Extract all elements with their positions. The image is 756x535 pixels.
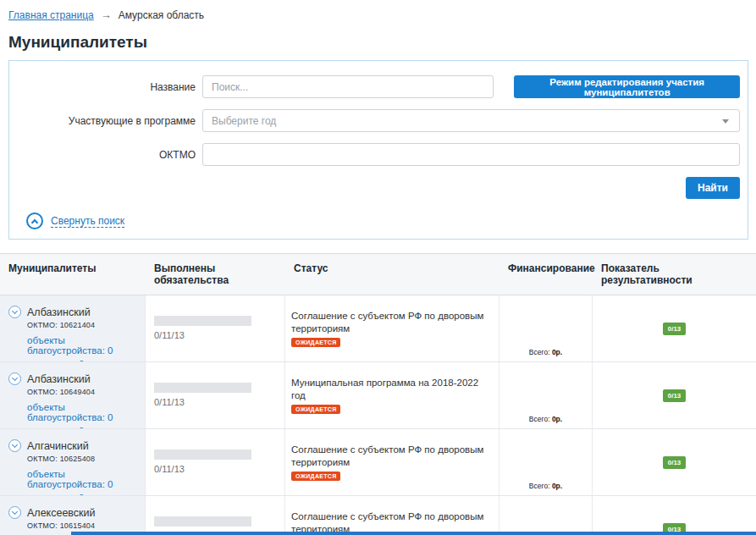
column-header-obligations: Выполнены обязательства [146, 254, 285, 295]
municipality-cell: Алексеевский ОКТМО: 10615404 объекты бла… [0, 496, 146, 535]
status-text: Соглашение с субъектом РФ по дворовым те… [291, 310, 490, 335]
status-cell: Муниципальная программа на 2018-2022 год… [285, 362, 499, 428]
footer-bar [71, 532, 756, 535]
municipality-cell: Алгачинский ОКТМО: 10625408 объекты благ… [0, 429, 146, 495]
objects-link[interactable]: объекты благоустройства: 0 [27, 469, 138, 489]
obligations-progress-bar [154, 316, 251, 326]
oktmo-field-row: ОКТМО [9, 143, 740, 166]
obligations-progress-bar [154, 516, 251, 527]
contracts-link[interactable]: контракты: 0 [27, 359, 138, 361]
financing-value: 0р. [552, 348, 562, 356]
collapse-search-link[interactable]: Свернуть поиск [51, 215, 124, 228]
performance-badge: 0/13 [663, 389, 687, 402]
financing-value: 0р. [552, 415, 562, 423]
financing-value: 0р. [552, 482, 562, 490]
chevron-down-icon [12, 509, 18, 515]
status-badge: ОЖИДАЕТСЯ [291, 338, 340, 347]
obligations-cell: 0/11/13 [146, 429, 285, 495]
performance-badge: 0/13 [663, 456, 687, 469]
municipality-cell: Албазинский ОКТМО: 10649404 объекты благ… [0, 362, 146, 428]
collapse-circle-icon[interactable] [26, 212, 43, 229]
program-field-row: Участвующие в программе Выберите год [9, 109, 740, 132]
expand-row-icon[interactable] [8, 372, 21, 385]
column-header-municipalities: Муниципалитеты [0, 254, 146, 295]
name-field-row: Название Режим редактирования участия му… [9, 75, 740, 98]
oktmo-code: ОКТМО: 10625408 [27, 455, 138, 463]
breadcrumb-home-link[interactable]: Главная страница [8, 9, 94, 21]
table-row: Алгачинский ОКТМО: 10625408 объекты благ… [0, 429, 756, 496]
status-badge: ОЖИДАЕТСЯ [291, 405, 340, 414]
expand-row-icon[interactable] [8, 306, 21, 318]
financing-cell: Всего: 0р. [499, 429, 593, 495]
financing-cell: Всего: 0р. [499, 362, 593, 428]
financing-label: Всего: [529, 415, 550, 423]
performance-cell: 0/13 [593, 496, 756, 535]
breadcrumb: Главная страница → Амурская область [0, 0, 756, 21]
municipalities-page: Главная страница → Амурская область Муни… [0, 0, 756, 535]
municipality-name: Албазинский [27, 306, 91, 318]
page-title: Муниципалитеты [8, 33, 756, 52]
program-year-placeholder: Выберите год [212, 115, 276, 127]
performance-cell: 0/13 [593, 295, 756, 361]
find-button[interactable]: Найти [686, 177, 740, 199]
chevron-down-icon [12, 308, 18, 314]
obligations-progress-bar [154, 383, 251, 393]
contracts-link[interactable]: контракты: 0 [27, 426, 138, 428]
obligations-count: 0/11/13 [154, 330, 276, 340]
municipality-cell: Албазинский ОКТМО: 10621404 объекты благ… [0, 295, 146, 361]
obligations-cell: 0/11/13 [146, 362, 285, 428]
status-cell: Соглашение с субъектом РФ по дворовым те… [285, 295, 499, 361]
financing-label: Всего: [529, 348, 550, 356]
column-header-financing: Финансирование [499, 254, 593, 295]
program-year-select[interactable]: Выберите год [202, 109, 740, 132]
column-header-status: Статус [285, 254, 499, 295]
performance-cell: 0/13 [593, 362, 756, 428]
oktmo-code: ОКТМО: 10621404 [27, 321, 138, 329]
status-text: Муниципальная программа на 2018-2022 год [291, 377, 490, 402]
obligations-count: 0/11/13 [154, 397, 276, 407]
oktmo-label: ОКТМО [9, 149, 196, 161]
status-text: Соглашение с субъектом РФ по дворовым те… [291, 444, 490, 469]
table-row: Алексеевский ОКТМО: 10615404 объекты бла… [0, 496, 756, 535]
municipalities-table: Муниципалитеты Выполнены обязательства С… [0, 253, 756, 535]
performance-cell: 0/13 [593, 429, 756, 495]
oktmo-input[interactable] [202, 143, 740, 166]
objects-link[interactable]: объекты благоустройства: 0 [27, 402, 138, 422]
obligations-cell: 0/11/13 [146, 496, 285, 535]
status-cell: Соглашение с субъектом РФ по дворовым те… [285, 496, 499, 535]
financing-cell: Всего: 0р. [499, 295, 593, 361]
table-header: Муниципалитеты Выполнены обязательства С… [0, 254, 756, 295]
municipality-name: Албазинский [27, 373, 91, 385]
collapse-search-row: Свернуть поиск [9, 212, 740, 229]
financing-label: Всего: [529, 482, 550, 490]
contracts-link[interactable]: контракты: 0 [27, 493, 138, 495]
edit-mode-button[interactable]: Режим редактирования участия муниципалит… [514, 75, 740, 98]
obligations-progress-bar [154, 450, 251, 460]
oktmo-code: ОКТМО: 10649404 [27, 388, 138, 396]
breadcrumb-arrow-icon: → [101, 8, 112, 21]
obligations-count: 0/11/13 [154, 464, 276, 474]
expand-row-icon[interactable] [8, 439, 21, 452]
table-row: Албазинский ОКТМО: 10649404 объекты благ… [0, 362, 756, 429]
chevron-down-icon [12, 442, 18, 448]
financing-cell: Всего: 0р. [499, 496, 593, 535]
expand-row-icon[interactable] [8, 506, 21, 519]
chevron-down-icon [12, 375, 18, 381]
municipality-name: Алексеевский [27, 507, 96, 519]
objects-link[interactable]: объекты благоустройства: 0 [27, 335, 138, 356]
obligations-cell: 0/11/13 [146, 295, 285, 361]
name-search-input[interactable] [202, 75, 494, 98]
municipality-name: Алгачинский [27, 440, 89, 452]
status-badge: ОЖИДАЕТСЯ [291, 472, 340, 481]
program-label: Участвующие в программе [9, 115, 196, 127]
name-label: Название [9, 81, 196, 93]
column-header-performance: Показатель результативности [593, 254, 756, 295]
chevron-up-icon [31, 218, 38, 225]
chevron-down-icon [722, 119, 729, 124]
performance-badge: 0/13 [663, 323, 687, 335]
oktmo-code: ОКТМО: 10615404 [27, 521, 138, 530]
search-panel: Название Режим редактирования участия му… [8, 60, 748, 240]
breadcrumb-current: Амурская область [119, 9, 204, 21]
find-row: Найти [9, 177, 740, 199]
status-cell: Соглашение с субъектом РФ по дворовым те… [285, 429, 499, 495]
